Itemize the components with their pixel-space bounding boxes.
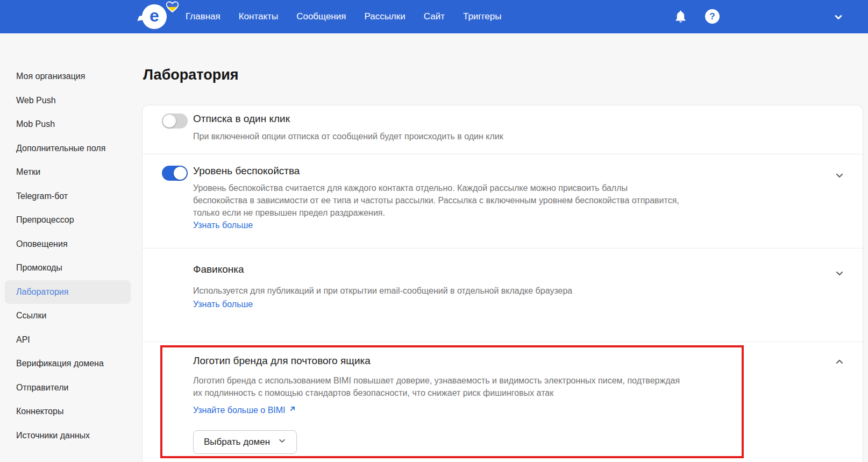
collapse-chevron-down-icon[interactable] <box>833 169 846 184</box>
laboratory-settings-card: Отписка в один клик При включенной опции… <box>142 105 863 462</box>
sidebar-item-notifications[interactable]: Оповещения <box>0 232 136 257</box>
section-description: Уровень беспокойства считается для каждо… <box>193 182 679 219</box>
select-domain-label: Выбрать домен <box>204 437 270 447</box>
section-description: При включенной опции отписка от сообщени… <box>193 130 503 143</box>
sidebar-item-tags[interactable]: Метки <box>0 160 136 184</box>
learn-more-bimi-link[interactable]: Узнайте больше о BIMI <box>193 404 297 416</box>
esputnik-logo[interactable]: e <box>142 4 180 31</box>
collapse-chevron-down-icon[interactable] <box>833 267 846 282</box>
bell-icon[interactable] <box>673 9 688 26</box>
sidebar-item-promo-codes[interactable]: Промокоды <box>0 256 136 280</box>
help-icon[interactable]: ? <box>705 9 720 24</box>
logo-letter: e <box>150 7 159 24</box>
sidebar-item-preprocessor[interactable]: Препроцессор <box>0 208 136 232</box>
page-title: Лаборатория <box>143 67 239 83</box>
sidebar-item-mob-push[interactable]: Mob Push <box>0 112 136 137</box>
nav-item-messages[interactable]: Сообщения <box>296 11 346 22</box>
sidebar-item-telegram-bot[interactable]: Telegram-бот <box>0 184 136 209</box>
sidebar-item-web-push[interactable]: Web Push <box>0 89 136 113</box>
learn-more-link[interactable]: Узнать больше <box>193 220 253 231</box>
nav-item-triggers[interactable]: Триггеры <box>463 11 502 22</box>
nav-item-campaigns[interactable]: Рассылки <box>364 11 405 22</box>
section-title-favicon: Фавиконка <box>193 263 244 276</box>
logo-circle: e <box>142 4 167 29</box>
section-description: Используется для публикаций и при открыт… <box>193 285 572 297</box>
sidebar-item-links[interactable]: Ссылки <box>0 304 136 328</box>
sidebar-item-connectors[interactable]: Коннекторы <box>0 400 136 424</box>
settings-sidebar: Моя организация Web Push Mob Push Дополн… <box>0 65 136 447</box>
collapse-chevron-up-icon[interactable] <box>833 353 846 368</box>
sidebar-item-api[interactable]: API <box>0 328 136 352</box>
nav-item-site[interactable]: Сайт <box>424 11 445 22</box>
section-title-anxiety-level: Уровень беспокойства <box>193 165 300 177</box>
learn-more-link[interactable]: Узнать больше <box>193 299 253 310</box>
nav-item-contacts[interactable]: Контакты <box>239 11 278 22</box>
sidebar-item-domain-verification[interactable]: Верификация домена <box>0 352 136 376</box>
select-domain-button[interactable]: Выбрать домен <box>193 430 297 454</box>
sidebar-item-laboratory[interactable]: Лаборатория <box>5 280 131 304</box>
nav-item-home[interactable]: Главная <box>186 11 220 22</box>
external-link-arrow-icon <box>288 404 297 416</box>
sidebar-item-senders[interactable]: Отправители <box>0 376 136 400</box>
sidebar-item-my-organization[interactable]: Моя организация <box>0 65 136 89</box>
section-divider <box>143 342 864 342</box>
section-divider <box>143 248 864 248</box>
learn-more-bimi-label: Узнайте больше о BIMI <box>193 405 286 416</box>
chevron-down-icon <box>278 437 286 447</box>
ukraine-heart-icon <box>166 1 179 16</box>
one-click-unsubscribe-toggle[interactable] <box>162 113 188 129</box>
sidebar-item-additional-fields[interactable]: Дополнительные поля <box>0 137 136 161</box>
section-description: Логотип бренда с использованием BIMI пов… <box>193 374 680 399</box>
sidebar-item-data-sources[interactable]: Источники данных <box>0 424 136 448</box>
section-title-bimi-brand-logo: Логотип бренда для почтового ящика <box>193 354 371 367</box>
top-navigation-bar: e Главная Контакты Сообщения Рассылки Са… <box>0 0 868 33</box>
main-menu: Главная Контакты Сообщения Рассылки Сайт… <box>186 0 502 33</box>
anxiety-level-toggle[interactable] <box>162 166 188 181</box>
account-chevron-down-icon[interactable] <box>831 10 845 26</box>
section-divider <box>143 154 864 154</box>
section-title-one-click-unsubscribe: Отписка в один клик <box>193 112 290 125</box>
